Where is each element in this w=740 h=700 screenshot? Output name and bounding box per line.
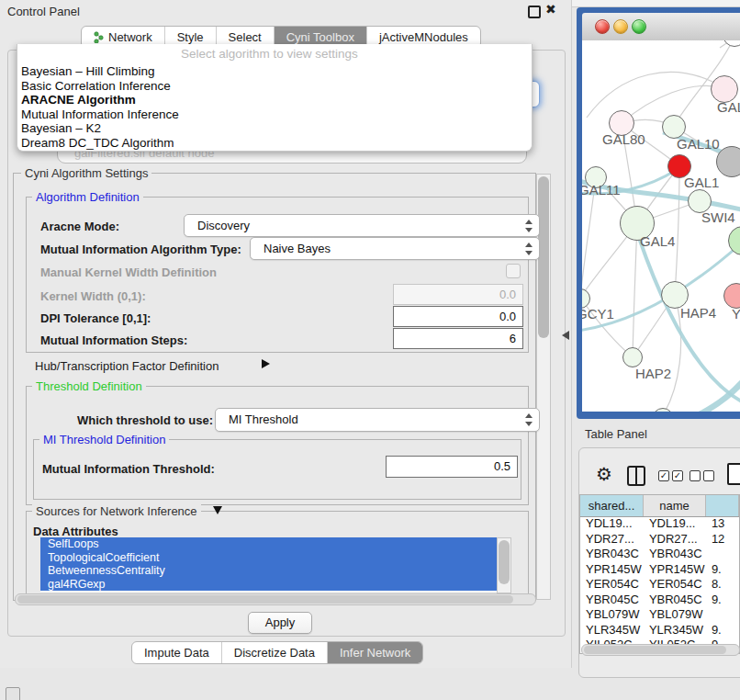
apply-button[interactable]: Apply — [248, 612, 312, 634]
manual-kernel-checkbox[interactable] — [506, 264, 521, 278]
minimize-traffic-light[interactable] — [613, 19, 628, 34]
table-row[interactable]: YDL19...YDL19...13 — [580, 516, 739, 532]
network-node[interactable] — [622, 347, 643, 367]
stepper-icon — [524, 220, 533, 232]
attributes-scrollbar-thumb[interactable] — [499, 540, 510, 584]
table-row[interactable]: YBR043CYBR043C — [580, 547, 739, 562]
mi-threshold-group-title: MI Threshold Definition — [39, 433, 169, 446]
table-row[interactable]: YBL079WYBL079W — [580, 607, 739, 623]
algorithm-dropdown-popup: Select algorithm to view settings Bayesi… — [17, 44, 533, 152]
table-cell: 9. — [706, 623, 739, 638]
checked-checkbox-icon[interactable]: ✓ — [672, 470, 683, 481]
settings-hscrollbar[interactable] — [15, 593, 536, 605]
sources-title: Sources for Network Inference — [36, 504, 197, 518]
table-cell — [706, 547, 739, 562]
table-hscrollbar-thumb[interactable] — [584, 646, 726, 654]
table-cell: YER054C — [580, 577, 644, 593]
node-label: GAL — [717, 99, 740, 115]
algorithm-option[interactable]: Basic Correlation Inference — [21, 79, 528, 94]
dpi-tolerance-input[interactable]: 0.0 — [393, 306, 523, 327]
close-traffic-light[interactable] — [595, 19, 610, 34]
close-icon[interactable]: ✖ — [545, 2, 556, 17]
algorithm-option[interactable]: Mutual Information Inference — [21, 107, 528, 122]
table-row[interactable]: YPR145WYPR145W9. — [580, 562, 739, 578]
table-cell: YER054C — [644, 577, 706, 593]
kernel-width-input[interactable]: 0.0 — [393, 284, 523, 305]
resize-grip[interactable] — [6, 687, 20, 700]
algorithm-option[interactable]: Bayesian – K2 — [21, 121, 528, 136]
tab-label: Impute Data — [144, 642, 209, 663]
tab-label: Infer Network — [340, 642, 410, 663]
table-cell: YDL19... — [644, 516, 706, 532]
network-window-titlebar[interactable] — [582, 13, 740, 41]
algorithm-option[interactable]: Dream8 DC_TDC Algorithm — [21, 136, 528, 151]
data-attribute-item[interactable]: BetweennessCentrality — [40, 564, 497, 578]
mi-type-combobox[interactable]: Naive Bayes — [250, 237, 540, 260]
settings-hscrollbar-thumb[interactable] — [17, 595, 513, 604]
mi-threshold-input[interactable]: 0.5 — [386, 456, 518, 478]
tab-impute-data[interactable]: Impute Data — [132, 642, 221, 663]
attributes-scrollbar[interactable] — [497, 537, 511, 593]
tab-label: Discretize Data — [234, 642, 315, 663]
dpi-tolerance-label: DPI Tolerance [0,1]: — [40, 311, 151, 325]
mi-steps-input[interactable]: 6 — [393, 328, 523, 349]
network-canvas[interactable]: GALGAL80GAL10GAL1GAL11SWI4GAL4GCY1HAP4YH… — [582, 40, 740, 412]
settings-scrollbar-thumb[interactable] — [538, 176, 549, 338]
node-label: GCY1 — [582, 306, 614, 322]
mi-threshold-label: Mutual Information Threshold: — [42, 462, 215, 476]
table-cell — [706, 607, 739, 623]
table-cell: YBL079W — [644, 607, 706, 623]
table-cell: YBL079W — [580, 607, 644, 623]
table-row[interactable]: YER054CYER054C8. — [580, 577, 739, 593]
algorithm-option[interactable]: Bayesian – Hill Climbing — [21, 64, 528, 79]
column-header[interactable]: name — [644, 495, 706, 516]
table-row[interactable]: YBR045CYBR045C9. — [580, 593, 739, 608]
node-label: GAL4 — [640, 233, 675, 249]
hub-definition-label: Hub/Transcription Factor Definition — [35, 359, 219, 373]
which-threshold-combobox[interactable]: MI Threshold — [215, 408, 540, 432]
data-attribute-item[interactable]: TopologicalCoefficient — [40, 551, 497, 565]
checked-checkbox-icon[interactable]: ✓ — [658, 470, 669, 481]
table-hscrollbar[interactable] — [581, 644, 740, 656]
table-header-row: shared...name — [580, 495, 739, 517]
table-cell: 12 — [706, 532, 739, 548]
node-label: Y — [732, 306, 740, 322]
network-node[interactable] — [716, 146, 740, 177]
hub-expander-icon[interactable] — [262, 359, 270, 368]
node-table: shared...name YDL19...YDL19...13YDR27...… — [579, 494, 740, 654]
table-cell: YDR27... — [644, 532, 706, 548]
tab-infer-network[interactable]: Infer Network — [327, 642, 422, 663]
unchecked-checkbox-icon[interactable] — [690, 470, 701, 481]
table-cell: YLR345W — [644, 623, 706, 638]
algorithm-option[interactable]: ARACNE Algorithm — [21, 93, 528, 107]
zoom-traffic-light[interactable] — [632, 19, 646, 34]
data-attribute-item[interactable]: SelfLoops — [40, 537, 497, 551]
document-icon[interactable] — [727, 463, 740, 485]
cyni-algorithm-settings-title: Cyni Algorithm Settings — [21, 166, 151, 180]
table-cell: YDR27... — [580, 532, 644, 548]
aracne-mode-combobox[interactable]: Discovery — [184, 214, 540, 237]
algorithm-definition-title: Algorithm Definition — [32, 190, 143, 204]
table-row[interactable]: YLR345WYLR345W9. — [580, 623, 739, 638]
which-threshold-label: Which threshold to use: — [77, 413, 213, 427]
stepper-icon — [524, 413, 533, 426]
data-attributes-label: Data Attributes — [33, 525, 118, 538]
tab-discretize-data[interactable]: Discretize Data — [221, 642, 327, 663]
mi-steps-label: Mutual Information Steps: — [40, 333, 187, 347]
sources-collapse-icon[interactable] — [213, 506, 222, 514]
gear-icon[interactable]: ⚙ — [596, 465, 612, 483]
collapse-panel-arrow-icon[interactable] — [562, 331, 569, 340]
data-attribute-item[interactable]: gal4RGexp — [40, 578, 497, 592]
node-label: GAL1 — [684, 175, 719, 190]
table-cell: YPR145W — [644, 562, 706, 578]
columns-icon[interactable] — [627, 466, 645, 486]
unchecked-checkbox-icon[interactable] — [703, 470, 714, 481]
column-header[interactable] — [706, 495, 739, 516]
column-header[interactable]: shared... — [580, 495, 644, 516]
table-cell: YPR145W — [580, 562, 644, 578]
float-window-icon[interactable] — [528, 6, 541, 18]
table-cell: YBR043C — [580, 547, 644, 562]
bottom-tab-bar: Impute Data Discretize Data Infer Networ… — [131, 641, 423, 664]
table-row[interactable]: YDR27...YDR27...12 — [580, 532, 739, 548]
table-panel-title: Table Panel — [585, 427, 647, 441]
